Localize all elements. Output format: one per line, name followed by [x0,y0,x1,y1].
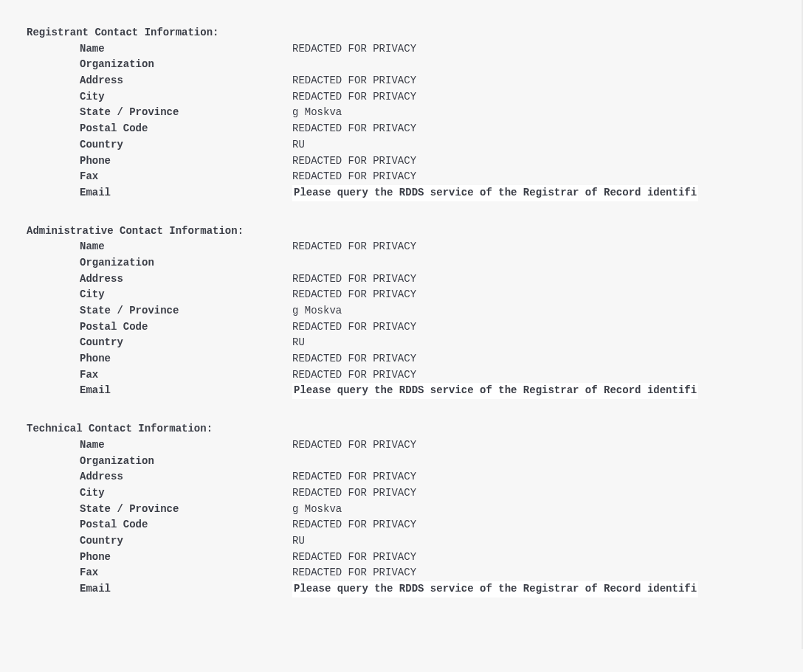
row-name: NameREDACTED FOR PRIVACY [27,41,802,58]
label: Country [27,137,292,153]
value: REDACTED FOR PRIVACY [292,121,416,137]
row-name: NameREDACTED FOR PRIVACY [27,437,802,454]
label: Fax [27,565,292,581]
section-header: Administrative Contact Information: [27,224,802,240]
row-address: AddressREDACTED FOR PRIVACY [27,469,802,485]
label: Address [27,73,292,89]
row-name: NameREDACTED FOR PRIVACY [27,239,802,255]
value: Please query the RDDS service of the Reg… [292,383,698,399]
row-fax: FaxREDACTED FOR PRIVACY [27,169,802,185]
label: Organization [27,57,292,73]
label: Address [27,469,292,485]
label: Email [27,581,292,597]
label: Postal Code [27,517,292,533]
row-phone: PhoneREDACTED FOR PRIVACY [27,351,802,367]
value: REDACTED FOR PRIVACY [292,73,416,89]
row-email: EmailPlease query the RDDS service of th… [27,581,802,597]
value: g Moskva [292,303,342,319]
value: REDACTED FOR PRIVACY [292,367,416,384]
label: Address [27,271,292,288]
label: State / Province [27,105,292,121]
row-state: State / Provinceg Moskva [27,303,802,319]
value: REDACTED FOR PRIVACY [292,89,416,105]
label: City [27,287,292,303]
value: g Moskva [292,105,342,121]
label: Organization [27,454,292,470]
value: Please query the RDDS service of the Reg… [292,185,698,201]
value: REDACTED FOR PRIVACY [292,469,416,485]
row-fax: FaxREDACTED FOR PRIVACY [27,565,802,581]
label: Phone [27,351,292,367]
value: RU [292,335,305,351]
section-technical: Technical Contact Information: NameREDAC… [27,421,802,597]
row-country: CountryRU [27,335,802,351]
row-organization: Organization [27,454,802,470]
row-state: State / Provinceg Moskva [27,105,802,121]
section-registrant: Registrant Contact Information: NameREDA… [27,25,802,201]
label: City [27,485,292,502]
value: RU [292,533,305,550]
row-phone: PhoneREDACTED FOR PRIVACY [27,550,802,566]
row-phone: PhoneREDACTED FOR PRIVACY [27,153,802,170]
row-city: CityREDACTED FOR PRIVACY [27,287,802,303]
label: Postal Code [27,121,292,137]
label: Phone [27,550,292,566]
value: RU [292,137,305,153]
row-fax: FaxREDACTED FOR PRIVACY [27,367,802,384]
row-country: CountryRU [27,137,802,153]
row-city: CityREDACTED FOR PRIVACY [27,485,802,502]
value: REDACTED FOR PRIVACY [292,550,416,566]
row-postal: Postal CodeREDACTED FOR PRIVACY [27,121,802,137]
label: Email [27,185,292,201]
label: Email [27,383,292,399]
row-postal: Postal CodeREDACTED FOR PRIVACY [27,517,802,533]
value: REDACTED FOR PRIVACY [292,287,416,303]
section-administrative: Administrative Contact Information: Name… [27,224,802,400]
row-postal: Postal CodeREDACTED FOR PRIVACY [27,319,802,336]
value: REDACTED FOR PRIVACY [292,169,416,185]
label: Fax [27,169,292,185]
row-address: AddressREDACTED FOR PRIVACY [27,73,802,89]
label: City [27,89,292,105]
value: REDACTED FOR PRIVACY [292,271,416,288]
row-organization: Organization [27,57,802,73]
label: Phone [27,153,292,170]
label: Fax [27,367,292,384]
value: REDACTED FOR PRIVACY [292,239,416,255]
value: REDACTED FOR PRIVACY [292,517,416,533]
label: Postal Code [27,319,292,336]
label: Name [27,41,292,58]
row-state: State / Provinceg Moskva [27,502,802,518]
row-city: CityREDACTED FOR PRIVACY [27,89,802,105]
row-email: EmailPlease query the RDDS service of th… [27,185,802,201]
value: Please query the RDDS service of the Reg… [292,581,698,597]
label: Country [27,335,292,351]
row-country: CountryRU [27,533,802,550]
section-header: Technical Contact Information: [27,421,802,437]
label: State / Province [27,502,292,518]
row-address: AddressREDACTED FOR PRIVACY [27,271,802,288]
row-email: EmailPlease query the RDDS service of th… [27,383,802,399]
label: Name [27,437,292,454]
row-organization: Organization [27,255,802,271]
value: REDACTED FOR PRIVACY [292,153,416,170]
value: REDACTED FOR PRIVACY [292,41,416,58]
label: Name [27,239,292,255]
value: REDACTED FOR PRIVACY [292,319,416,336]
value: REDACTED FOR PRIVACY [292,485,416,502]
label: Organization [27,255,292,271]
value: REDACTED FOR PRIVACY [292,565,416,581]
section-header: Registrant Contact Information: [27,25,802,41]
label: Country [27,533,292,550]
whois-record: Registrant Contact Information: NameREDA… [0,0,803,649]
value: g Moskva [292,502,342,518]
value: REDACTED FOR PRIVACY [292,351,416,367]
label: State / Province [27,303,292,319]
value: REDACTED FOR PRIVACY [292,437,416,454]
